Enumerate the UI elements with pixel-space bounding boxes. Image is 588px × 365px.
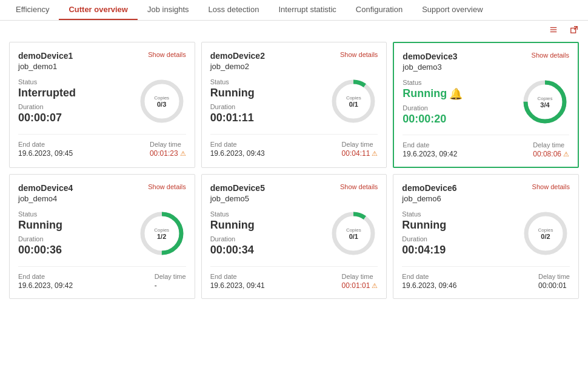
device-card-device4: demoDevice4 Show details job_demo4 Statu… (9, 174, 195, 299)
tab-job-insights[interactable]: Job insights (138, 0, 199, 20)
job-name: job_demo1 (18, 62, 186, 71)
end-date-label: End date (402, 273, 456, 280)
copies-value: 0/1 (346, 233, 361, 240)
warning-icon: ⚠ (180, 150, 186, 158)
card-header: demoDevice3 Show details (403, 52, 569, 61)
status-label: Status (18, 210, 138, 218)
end-date-section: End date 19.6.2023, 09:41 (210, 273, 265, 290)
duration-value: 00:00:07 (18, 112, 138, 124)
device-name: demoDevice1 (18, 51, 73, 61)
tab-loss-detection[interactable]: Loss detection (199, 0, 269, 20)
tab-cutter-overview[interactable]: Cutter overview (59, 0, 138, 20)
card-body: Status Running Duration 00:01:11 Copies … (210, 77, 378, 126)
warning-icon: ⚠ (372, 150, 378, 158)
duration-label: Duration (18, 235, 138, 243)
device-grid: demoDevice1 Show details job_demo1 Statu… (0, 39, 588, 308)
selection-button[interactable] (547, 25, 558, 34)
tab-efficiency[interactable]: Efficiency (6, 0, 59, 20)
end-date-section: End date 19.6.2023, 09:46 (402, 273, 456, 290)
job-name: job_demo2 (210, 62, 378, 71)
copies-value: 0/1 (346, 101, 361, 108)
status-value: Running (210, 219, 330, 232)
device-name: demoDevice6 (402, 183, 456, 193)
delay-section: Delay time 00:08:06 ⚠ (533, 141, 569, 158)
tab-interrupt-statistic[interactable]: Interrupt statistic (269, 0, 346, 20)
device-card-device6: demoDevice6 Show details job_demo6 Statu… (393, 174, 579, 299)
card-footer: End date 19.6.2023, 09:42 Delay time - (18, 266, 186, 290)
delay-label: Delay time (342, 141, 378, 148)
card-header: demoDevice5 Show details (210, 183, 378, 193)
status-label: Status (403, 79, 521, 86)
card-body: Status Running Duration 00:00:34 Copies … (210, 209, 378, 258)
end-date-value: 19.6.2023, 09:42 (18, 281, 73, 290)
card-info: Status Running Duration 00:00:34 (210, 210, 330, 256)
card-body: Status Running Duration 00:04:19 Copies … (402, 209, 570, 258)
job-name: job_demo3 (403, 62, 569, 72)
tab-configuration[interactable]: Configuration (346, 0, 412, 20)
copies-value: 0/2 (538, 233, 553, 240)
tab-bar: EfficiencyCutter overviewJob insightsLos… (0, 0, 588, 21)
delay-value: 00:00:01 (538, 281, 570, 290)
donut-chart: Copies 0/2 (521, 209, 570, 258)
card-header: demoDevice2 Show details (210, 51, 378, 61)
end-date-value: 19.6.2023, 09:41 (210, 281, 265, 290)
show-details-link[interactable]: Show details (148, 183, 185, 190)
status-label: Status (18, 78, 138, 85)
donut-chart: Copies 0/1 (329, 209, 378, 258)
copies-label: Copies (538, 227, 553, 233)
donut-chart: Copies 0/1 (329, 77, 378, 126)
status-label: Status (210, 210, 330, 218)
duration-label: Duration (403, 104, 521, 112)
device-card-device2: demoDevice2 Show details job_demo2 Statu… (201, 42, 387, 168)
duration-value: 00:00:34 (210, 244, 330, 256)
duration-label: Duration (402, 235, 521, 243)
end-date-label: End date (210, 141, 265, 148)
delay-label: Delay time (155, 273, 186, 280)
show-details-link[interactable]: Show details (340, 51, 378, 58)
copies-label: Copies (538, 96, 553, 101)
card-footer: End date 19.6.2023, 09:42 Delay time 00:… (403, 135, 569, 158)
device-name: demoDevice4 (18, 183, 73, 193)
card-info: Status Running Duration 00:04:19 (402, 210, 521, 256)
copies-value: 1/2 (154, 233, 169, 240)
delay-label: Delay time (538, 273, 570, 280)
show-details-link[interactable]: Show details (532, 52, 569, 59)
duration-label: Duration (210, 103, 330, 110)
show-details-link[interactable]: Show details (340, 183, 378, 190)
end-date-section: End date 19.6.2023, 09:42 (403, 141, 457, 158)
copies-value: 3/4 (538, 101, 553, 109)
device-name: demoDevice5 (210, 183, 265, 193)
list-icon (549, 25, 558, 34)
duration-label: Duration (18, 103, 138, 110)
show-details-link[interactable]: Show details (532, 183, 570, 190)
delay-section: Delay time 00:04:11 ⚠ (342, 141, 378, 158)
card-info: Status Running Duration 00:01:11 (210, 78, 330, 124)
card-header: demoDevice4 Show details (18, 183, 186, 193)
end-date-value: 19.6.2023, 09:45 (18, 149, 73, 158)
delay-value: 00:01:01 ⚠ (342, 281, 378, 290)
warning-icon: ⚠ (563, 150, 569, 158)
card-footer: End date 19.6.2023, 09:41 Delay time 00:… (210, 266, 378, 290)
status-value: Running 🔔 (403, 87, 521, 101)
donut-chart: Copies 0/3 (138, 77, 186, 126)
device-card-device1: demoDevice1 Show details job_demo1 Statu… (9, 42, 195, 168)
copies-label: Copies (346, 227, 361, 233)
delay-section: Delay time - (155, 273, 186, 290)
open-new-tab-button[interactable] (567, 25, 578, 34)
end-date-value: 19.6.2023, 09:42 (403, 150, 457, 158)
status-value: Running (18, 219, 138, 232)
delay-label: Delay time (533, 141, 569, 149)
show-details-link[interactable]: Show details (148, 51, 185, 58)
duration-label: Duration (210, 235, 330, 243)
external-link-icon (570, 25, 578, 34)
device-card-device3: demoDevice3 Show details job_demo3 Statu… (393, 42, 579, 168)
card-footer: End date 19.6.2023, 09:45 Delay time 00:… (18, 134, 186, 158)
delay-section: Delay time 00:01:23 ⚠ (150, 141, 186, 158)
device-name: demoDevice3 (403, 52, 457, 61)
bell-icon: 🔔 (449, 87, 463, 101)
tab-support-overview[interactable]: Support overview (412, 0, 492, 20)
delay-value: 00:04:11 ⚠ (342, 149, 378, 158)
copies-value: 0/3 (154, 101, 169, 108)
warning-icon: ⚠ (372, 282, 378, 290)
donut-chart: Copies 3/4 (521, 78, 569, 126)
